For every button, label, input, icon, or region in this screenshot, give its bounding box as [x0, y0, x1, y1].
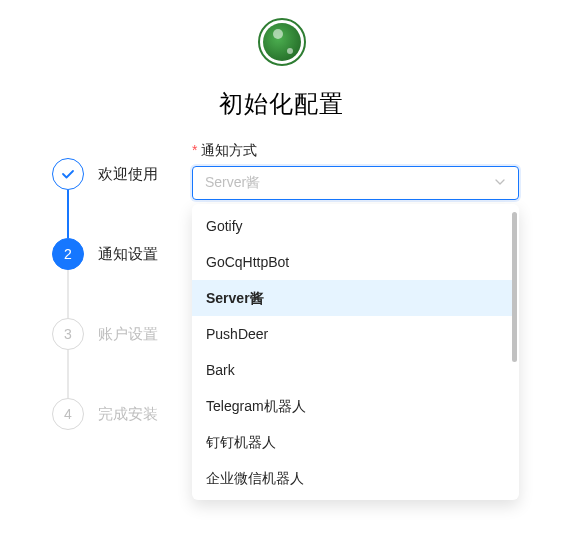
option-gotify[interactable]: Gotify	[192, 208, 515, 244]
check-icon	[52, 158, 84, 190]
option-gocqhttpbot[interactable]: GoCqHttpBot	[192, 244, 515, 280]
dropdown-panel: Gotify GoCqHttpBot Server酱 PushDeer Bark…	[192, 204, 519, 500]
step-label: 通知设置	[98, 245, 158, 264]
step-welcome[interactable]: 欢迎使用	[52, 158, 176, 190]
select-placeholder: Server酱	[205, 174, 494, 192]
main-body: 欢迎使用 2 通知设置 3 账户设置 4 完成安装 *通知方式 Server酱	[0, 120, 563, 430]
step-connector	[67, 190, 69, 238]
step-connector	[67, 270, 69, 318]
required-mark: *	[192, 142, 197, 158]
option-telegram[interactable]: Telegram机器人	[192, 388, 515, 424]
chevron-down-icon	[494, 174, 506, 192]
field-label: *通知方式	[192, 142, 519, 160]
step-account[interactable]: 3 账户设置	[52, 318, 176, 350]
scrollbar-thumb[interactable]	[512, 212, 517, 362]
step-label: 欢迎使用	[98, 165, 158, 184]
option-serverchan[interactable]: Server酱	[192, 280, 515, 316]
option-pushdeer[interactable]: PushDeer	[192, 316, 515, 352]
header: 初始化配置	[0, 0, 563, 120]
step-notify[interactable]: 2 通知设置	[52, 238, 176, 270]
logo-graphic	[263, 23, 301, 61]
notify-method-label: 通知方式	[201, 142, 257, 158]
notify-select[interactable]: Server酱	[192, 166, 519, 200]
select-wrap: Server酱 Gotify GoCqHttpBot Server酱 PushD…	[192, 166, 519, 200]
step-connector	[67, 350, 69, 398]
step-finish[interactable]: 4 完成安装	[52, 398, 176, 430]
step-number-icon: 2	[52, 238, 84, 270]
option-bark[interactable]: Bark	[192, 352, 515, 388]
steps-nav: 欢迎使用 2 通知设置 3 账户设置 4 完成安装	[52, 158, 176, 430]
option-dingtalk[interactable]: 钉钉机器人	[192, 424, 515, 460]
dropdown-list[interactable]: Gotify GoCqHttpBot Server酱 PushDeer Bark…	[192, 208, 519, 496]
step-label: 完成安装	[98, 405, 158, 424]
step-number-icon: 3	[52, 318, 84, 350]
step-label: 账户设置	[98, 325, 158, 344]
step-number-icon: 4	[52, 398, 84, 430]
app-logo	[258, 18, 306, 66]
form-area: *通知方式 Server酱 Gotify GoCqHttpBot Server酱…	[176, 158, 543, 430]
page-title: 初始化配置	[0, 88, 563, 120]
option-wecom[interactable]: 企业微信机器人	[192, 460, 515, 496]
